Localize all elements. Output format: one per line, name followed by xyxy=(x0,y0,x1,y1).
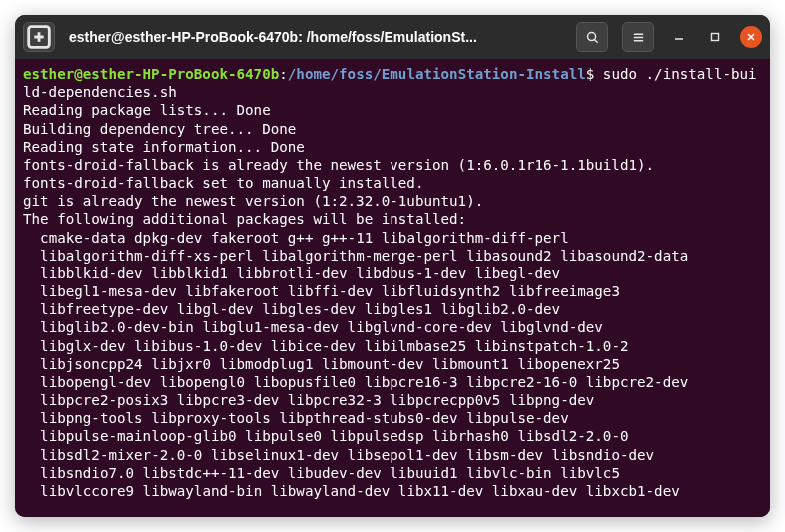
output-line: Building dependency tree... Done xyxy=(23,121,296,137)
package-line: libblkid-dev libblkid1 libbrotli-dev lib… xyxy=(23,266,560,281)
prompt-path: /home/foss/EmulationStation-Install xyxy=(288,66,586,82)
package-line: libsdl2-mixer-2.0-0 libselinux1-dev libs… xyxy=(23,447,654,463)
package-line: libjsoncpp24 libjxr0 libmodplug1 libmoun… xyxy=(23,356,620,372)
maximize-button[interactable] xyxy=(704,26,726,48)
prompt-user: esther@esther-HP-ProBook-6470b xyxy=(23,66,279,82)
package-line: libpcre2-posix3 libpcre3-dev libpcre32-3… xyxy=(23,392,594,408)
titlebar-actions xyxy=(576,22,762,52)
svg-point-3 xyxy=(587,32,595,40)
output-line: Reading state information... Done xyxy=(23,139,305,155)
package-line: libalgorithm-diff-xs-perl libalgorithm-m… xyxy=(23,248,688,264)
output-line: Reading package lists... Done xyxy=(23,102,271,118)
package-line: libpulse-mainloop-glib0 libpulse0 libpul… xyxy=(23,428,628,444)
minimize-button[interactable] xyxy=(668,26,690,48)
terminal-body[interactable]: esther@esther-HP-ProBook-6470b:/home/fos… xyxy=(15,59,770,517)
output-line: The following additional packages will b… xyxy=(23,211,466,227)
output-line: git is already the newest version (1:2.3… xyxy=(23,193,483,209)
svg-line-4 xyxy=(594,39,597,42)
package-line: libfreetype-dev libgl-dev libgles-dev li… xyxy=(23,301,560,317)
menu-button[interactable] xyxy=(622,22,654,52)
package-line: cmake-data dpkg-dev fakeroot g++ g++-11 … xyxy=(23,230,569,246)
package-line: libglib2.0-dev-bin libglu1-mesa-dev libg… xyxy=(23,319,603,335)
output-line: fonts-droid-fallback set to manually ins… xyxy=(23,175,423,191)
package-line: libpng-tools libproxy-tools libpthread-s… xyxy=(23,410,569,426)
package-line: libglx-dev libibus-1.0-dev libice-dev li… xyxy=(23,338,628,354)
new-tab-button[interactable] xyxy=(23,22,55,52)
close-button[interactable] xyxy=(740,26,762,48)
terminal-window: esther@esther-HP-ProBook-6470b: /home/fo… xyxy=(15,15,770,517)
search-button[interactable] xyxy=(576,22,608,52)
prompt-dollar: $ xyxy=(586,66,595,82)
output-line: fonts-droid-fallback is already the newe… xyxy=(23,157,654,173)
package-line: libopengl-dev libopengl0 libopusfile0 li… xyxy=(23,374,688,390)
prompt-colon: : xyxy=(279,66,288,82)
window-title: esther@esther-HP-ProBook-6470b: /home/fo… xyxy=(65,29,566,45)
package-line: libvlccore9 libwayland-bin libwayland-de… xyxy=(23,483,680,499)
titlebar: esther@esther-HP-ProBook-6470b: /home/fo… xyxy=(15,15,770,59)
svg-rect-9 xyxy=(712,34,719,41)
package-line: libegl1-mesa-dev libfakeroot libffi-dev … xyxy=(23,283,620,299)
package-line: libsndio7.0 libstdc++-11-dev libudev-dev… xyxy=(23,465,620,481)
